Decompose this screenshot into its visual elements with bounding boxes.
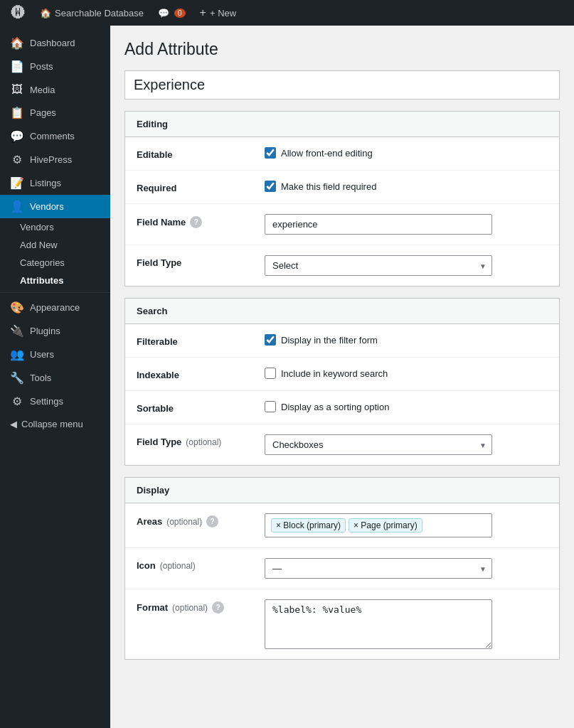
sidebar-sub-vendors[interactable]: Vendors (0, 218, 110, 236)
sidebar-item-hivepress[interactable]: ⚙ HivePress (0, 148, 110, 171)
icon-select[interactable]: — (265, 558, 492, 579)
media-icon: 🖼 (10, 83, 24, 96)
plugins-icon: 🔌 (10, 324, 24, 338)
sidebar-item-label: Appearance (30, 302, 80, 313)
field-name-field (265, 214, 548, 235)
areas-row: Areas (optional) ? × Block (primary) × P… (125, 503, 559, 548)
admin-bar-new[interactable]: + + New (194, 0, 243, 26)
editing-field-type-select[interactable]: Select Text Number Textarea Checkboxes R… (265, 255, 492, 276)
filterable-checkbox-wrap[interactable]: Display in the filter form (265, 334, 378, 346)
sidebar: 🏠 Dashboard 📄 Posts 🖼 Media 📋 Pages 💬 Co… (0, 26, 110, 728)
search-field-type-field: Checkboxes Select Radio Text Number Date… (265, 434, 548, 455)
sortable-label: Sortable (137, 401, 265, 414)
sortable-field: Display as a sorting option (265, 401, 548, 412)
search-field-type-select[interactable]: Checkboxes Select Radio Text Number Date (265, 434, 492, 455)
sidebar-item-vendors[interactable]: 👤 Vendors (0, 195, 110, 218)
tag-label: × Block (primary) (276, 520, 341, 530)
sidebar-item-comments[interactable]: 💬 Comments (0, 124, 110, 148)
editable-label: Editable (137, 147, 265, 160)
collapse-label: Collapse menu (21, 419, 83, 429)
required-label: Required (137, 181, 265, 193)
sidebar-item-pages[interactable]: 📋 Pages (0, 101, 110, 124)
filterable-checkbox[interactable] (265, 334, 276, 346)
page-title: Add Attribute (124, 40, 560, 59)
areas-help-icon[interactable]: ? (206, 515, 218, 528)
filterable-label: Filterable (137, 334, 265, 347)
field-name-row: Field Name ? (125, 204, 559, 245)
sidebar-item-settings[interactable]: ⚙ Settings (0, 390, 110, 413)
vendors-icon: 👤 (10, 200, 24, 213)
plus-icon: + (200, 6, 206, 19)
sidebar-item-plugins[interactable]: 🔌 Plugins (0, 319, 110, 343)
comments-icon: 💬 (158, 8, 169, 18)
field-name-help-icon[interactable]: ? (190, 216, 202, 228)
display-section: Display Areas (optional) ? × Block (prim… (124, 477, 560, 660)
editable-checkbox-label: Allow front-end editing (281, 148, 373, 159)
sidebar-sub-attributes[interactable]: Attributes (0, 272, 110, 289)
sidebar-item-appearance[interactable]: 🎨 Appearance (0, 296, 110, 319)
attribute-title-input[interactable] (124, 70, 560, 100)
filterable-row: Filterable Display in the filter form (125, 324, 559, 358)
sidebar-item-listings[interactable]: 📝 Listings (0, 171, 110, 195)
indexable-row: Indexable Include in keyword search (125, 358, 559, 391)
icon-field: — ▼ (265, 558, 548, 579)
areas-tags-input[interactable]: × Block (primary) × Page (primary) (265, 513, 492, 537)
admin-bar-comments[interactable]: 💬 0 (152, 0, 191, 26)
format-field (265, 599, 548, 649)
main-content: Add Attribute Editing Editable Allow fro… (110, 26, 574, 728)
sidebar-item-dashboard[interactable]: 🏠 Dashboard (0, 31, 110, 55)
sidebar-item-users[interactable]: 👥 Users (0, 343, 110, 366)
editable-checkbox-wrap[interactable]: Allow front-end editing (265, 147, 373, 159)
wp-logo[interactable]: 🅦 (6, 0, 31, 26)
tag-block-primary: × Block (primary) (271, 518, 346, 532)
sortable-checkbox-wrap[interactable]: Display as a sorting option (265, 401, 389, 412)
sidebar-sub-add-new[interactable]: Add New (0, 236, 110, 254)
hivepress-icon: ⚙ (10, 153, 24, 166)
wp-logo-icon: 🅦 (11, 5, 26, 21)
field-name-input[interactable] (265, 214, 492, 235)
icon-label: Icon (optional) (137, 558, 265, 571)
editing-field-type-select-wrap: Select Text Number Textarea Checkboxes R… (265, 255, 492, 276)
editable-checkbox[interactable] (265, 147, 276, 159)
format-help-icon[interactable]: ? (212, 601, 224, 614)
editing-field-type-row: Field Type Select Text Number Textarea C… (125, 245, 559, 286)
editing-field-type-label: Field Type (137, 255, 265, 268)
sidebar-item-posts[interactable]: 📄 Posts (0, 55, 110, 78)
comments-icon: 💬 (10, 129, 24, 143)
editing-section: Editing Editable Allow front-end editing… (124, 111, 560, 287)
format-label: Format (optional) ? (137, 599, 265, 614)
indexable-field: Include in keyword search (265, 368, 548, 379)
sidebar-sub-categories[interactable]: Categories (0, 254, 110, 272)
search-field-type-row: Field Type (optional) Checkboxes Select … (125, 424, 559, 465)
required-checkbox[interactable] (265, 181, 276, 192)
editing-section-header: Editing (125, 112, 559, 137)
site-name: Searchable Database (55, 8, 144, 18)
collapse-icon: ◀ (10, 419, 17, 429)
editable-field: Allow front-end editing (265, 147, 548, 159)
sidebar-item-tools[interactable]: 🔧 Tools (0, 366, 110, 390)
comments-count: 0 (174, 9, 186, 18)
format-textarea[interactable] (265, 599, 492, 649)
icon-row: Icon (optional) — ▼ (125, 548, 559, 589)
sortable-checkbox[interactable] (265, 401, 276, 412)
collapse-menu-button[interactable]: ◀ Collapse menu (0, 413, 110, 435)
sidebar-item-label: Users (30, 349, 54, 360)
required-row: Required Make this field required (125, 171, 559, 204)
required-checkbox-label: Make this field required (281, 181, 376, 192)
icon-select-wrap: — ▼ (265, 558, 492, 579)
editing-field-type-field: Select Text Number Textarea Checkboxes R… (265, 255, 548, 276)
indexable-checkbox[interactable] (265, 368, 276, 379)
admin-bar-site[interactable]: 🏠 Searchable Database (34, 0, 149, 26)
sidebar-item-label: Settings (30, 396, 63, 407)
search-field-type-select-wrap: Checkboxes Select Radio Text Number Date… (265, 434, 492, 455)
sidebar-sub-label: Categories (20, 257, 65, 268)
sidebar-item-label: Media (30, 85, 55, 95)
sidebar-item-media[interactable]: 🖼 Media (0, 78, 110, 101)
display-section-header: Display (125, 478, 559, 503)
sidebar-item-label: Tools (30, 373, 51, 383)
editable-row: Editable Allow front-end editing (125, 137, 559, 171)
sidebar-sub-label: Add New (20, 240, 58, 250)
indexable-checkbox-wrap[interactable]: Include in keyword search (265, 368, 388, 379)
filterable-checkbox-label: Display in the filter form (281, 335, 378, 346)
required-checkbox-wrap[interactable]: Make this field required (265, 181, 376, 192)
